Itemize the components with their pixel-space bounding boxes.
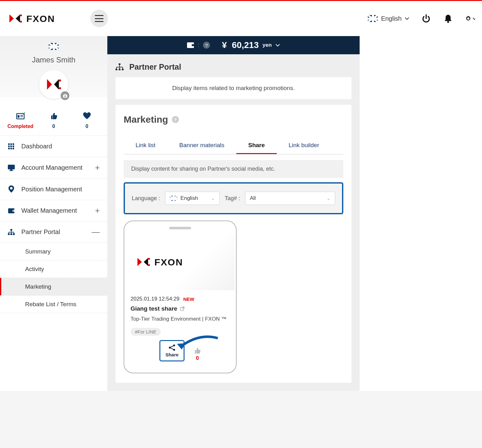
sidebar-item-label: Dashboard [21, 143, 52, 150]
sidebar-sub-activity[interactable]: Activity [0, 260, 107, 278]
avatar[interactable] [39, 70, 68, 99]
external-link-icon[interactable] [180, 306, 185, 311]
section-title: Marketing ? [124, 114, 343, 125]
preview-banner: FXON [126, 234, 235, 290]
svg-rect-17 [10, 143, 12, 145]
svg-rect-44 [115, 69, 117, 70]
minus-icon: — [92, 227, 100, 237]
post-tag[interactable]: #For LINE [131, 328, 161, 336]
svg-rect-13 [18, 115, 19, 118]
settings-button[interactable] [465, 13, 475, 24]
sidebar-item-wallet[interactable]: Wallet Management + [0, 200, 107, 221]
menu-toggle-button[interactable] [90, 10, 108, 27]
brand-logo: FXON [7, 10, 73, 27]
svg-rect-16 [8, 143, 10, 145]
notifications-button[interactable] [443, 13, 453, 24]
tabs: Link list Banner materials Share Link bu… [124, 137, 343, 154]
sidebar-item-position[interactable]: Position Management [0, 179, 107, 200]
svg-point-6 [467, 18, 469, 19]
sidebar-sub-summary[interactable]: Summary [0, 243, 107, 260]
balance-amount: 60,213 [232, 40, 259, 50]
tab-share[interactable]: Share [236, 137, 277, 154]
id-card-icon [16, 112, 25, 120]
help-icon[interactable]: ? [203, 42, 210, 49]
top-bar: FXON English [0, 1, 482, 36]
svg-point-0 [20, 14, 22, 16]
svg-rect-22 [8, 148, 10, 149]
user-stats: Completed 0 0 [0, 97, 107, 136]
svg-rect-46 [122, 69, 124, 70]
sidebar-sub-rebate[interactable]: Rebate List / Terms [0, 296, 107, 313]
svg-line-59 [170, 346, 174, 347]
balance-currency: yen [262, 42, 271, 48]
power-button[interactable] [421, 13, 431, 24]
arrow-annotation [174, 334, 221, 352]
chevron-down-icon [473, 17, 475, 20]
pin-icon [8, 185, 15, 193]
svg-point-8 [59, 87, 61, 89]
camera-icon[interactable] [61, 91, 69, 100]
share-button-label: Share [165, 352, 179, 357]
balance-symbol: ¥ [222, 40, 227, 50]
svg-rect-34 [10, 233, 12, 235]
svg-rect-25 [8, 165, 14, 169]
sidebar-item-partner[interactable]: Partner Portal — [0, 221, 107, 243]
help-icon[interactable]: ? [172, 116, 179, 123]
chevron-down-icon: ⌄ [327, 196, 330, 201]
language-label: English [381, 15, 402, 22]
svg-rect-19 [8, 146, 10, 147]
tab-builder[interactable]: Link builder [277, 137, 331, 154]
flag-uk-icon [368, 15, 378, 22]
svg-rect-43 [119, 63, 120, 65]
chevron-down-icon[interactable] [276, 44, 280, 47]
svg-rect-27 [9, 170, 13, 171]
language-selector[interactable]: English [368, 15, 409, 22]
stat-favs: 0 [70, 124, 104, 129]
chevron-down-icon [405, 17, 409, 20]
svg-rect-45 [119, 69, 120, 70]
sitemap-icon [115, 63, 124, 71]
tab-banner[interactable]: Banner materials [167, 137, 236, 154]
svg-rect-20 [10, 146, 12, 147]
balance-bar: : ? ¥ 60,213 yen [107, 36, 360, 54]
sidebar-item-label: Partner Portal [21, 228, 60, 236]
sidebar-item-label: Account Management [21, 164, 83, 171]
flag-uk-icon [49, 43, 59, 50]
svg-rect-23 [10, 148, 12, 149]
chevron-down-icon: ⌄ [211, 196, 215, 201]
svg-point-11 [64, 95, 66, 97]
sidebar-item-label: Position Management [21, 186, 82, 193]
wallet-icon [187, 42, 194, 48]
flag-uk-icon [170, 196, 177, 201]
share-preview-card: FXON 2025.01.19 12:54:29 NEW Giang test … [124, 221, 237, 373]
page-description: Display items related to marketing promo… [115, 77, 351, 99]
sidebar-item-dashboard[interactable]: Dashboard [0, 136, 107, 157]
svg-rect-33 [8, 233, 10, 235]
svg-line-60 [170, 348, 174, 349]
svg-point-31 [13, 210, 14, 211]
language-filter-select[interactable]: English ⌄ [165, 192, 220, 205]
svg-point-53 [148, 264, 150, 266]
svg-rect-24 [13, 148, 14, 149]
grid-icon [8, 143, 15, 150]
sitemap-icon [8, 229, 15, 235]
svg-point-28 [10, 187, 13, 189]
language-filter-label: Language : [132, 195, 160, 202]
svg-point-5 [447, 21, 449, 23]
svg-text:FXON: FXON [154, 257, 183, 267]
stat-likes: 0 [37, 124, 70, 129]
svg-rect-21 [13, 146, 14, 147]
svg-rect-35 [13, 233, 15, 235]
like-count: 0 [196, 355, 199, 361]
wallet-icon [8, 208, 15, 214]
thumbs-up-icon [50, 112, 57, 120]
sidebar-sub-marketing[interactable]: Marketing [0, 278, 107, 296]
new-badge: NEW [183, 296, 194, 302]
tag-filter-select[interactable]: All ⌄ [245, 192, 335, 205]
tab-link-list[interactable]: Link list [124, 137, 167, 154]
monitor-icon [8, 165, 15, 171]
svg-rect-18 [13, 143, 14, 145]
sidebar-item-account[interactable]: Account Management + [0, 157, 107, 179]
sidebar: James Smith Completed 0 [0, 36, 107, 391]
tab-description: Display content for sharing on Partner's… [124, 160, 343, 178]
